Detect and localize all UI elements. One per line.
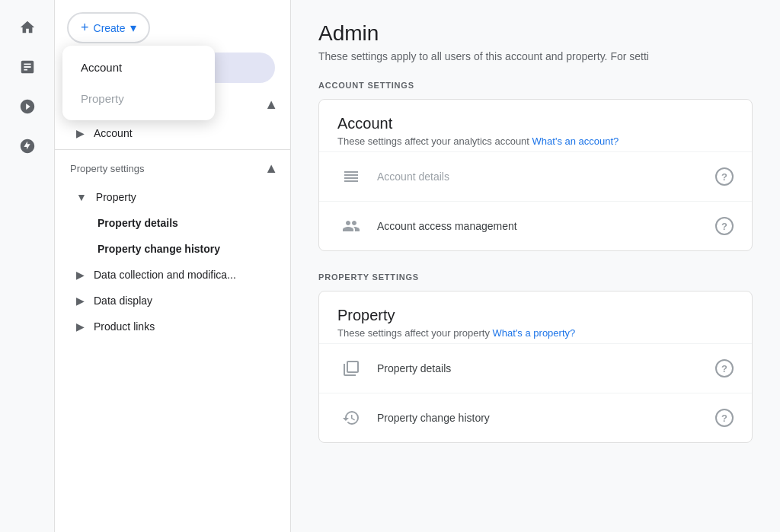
property-settings-label: Property settings [70, 163, 145, 174]
advertising-nav-item[interactable] [9, 128, 46, 164]
account-details-row[interactable]: Account details ? [319, 151, 752, 201]
home-icon [19, 19, 36, 36]
data-collection-nav-item[interactable]: ▶ Data collection and modifica... [55, 262, 290, 288]
account-access-row[interactable]: Account access management ? [319, 201, 752, 250]
property-history-row-icon [337, 404, 365, 432]
property-settings-header[interactable]: Property settings ▲ [55, 153, 290, 184]
dropdown-account-item[interactable]: Account [62, 52, 215, 83]
property-history-label: Property change history [377, 412, 715, 424]
property-change-history-nav-item[interactable]: Property change history [55, 236, 290, 262]
account-settings-chevron: ▲ [264, 97, 278, 113]
product-links-nav-item[interactable]: ▶ Product links [55, 314, 290, 339]
chevron-down-icon: ▾ [130, 21, 136, 35]
whats-account-link[interactable]: What's an account? [532, 135, 619, 147]
property-settings-card: Property These settings affect your prop… [318, 291, 753, 443]
property-history-icon [342, 409, 360, 427]
create-label: Create [94, 22, 126, 34]
account-card-desc: These settings affect your analytics acc… [337, 135, 734, 147]
icon-navigation [0, 0, 55, 532]
account-card-title: Account [337, 115, 734, 132]
explore-icon [19, 98, 36, 115]
property-details-nav-item[interactable]: Property details [55, 210, 290, 236]
account-access-help-icon[interactable]: ? [715, 217, 734, 235]
property-settings-chevron: ▲ [264, 161, 278, 177]
page-subtitle: These settings apply to all users of thi… [318, 50, 753, 62]
property-details-row[interactable]: Property details ? [319, 343, 752, 393]
property-card-desc: These settings affect your property What… [337, 327, 734, 339]
property-history-help-icon[interactable]: ? [715, 409, 734, 427]
data-display-label: Data display [94, 295, 152, 307]
page-title: Admin [318, 21, 753, 46]
property-card-title: Property [337, 307, 734, 324]
create-button[interactable]: + Create ▾ [67, 12, 150, 43]
data-collection-label: Data collection and modifica... [94, 269, 236, 281]
account-details-icon [342, 167, 360, 186]
property-history-row[interactable]: Property change history ? [319, 393, 752, 442]
account-settings-section-label: ACCOUNT SETTINGS [318, 81, 753, 90]
property-expand-arrow: ▼ [76, 191, 87, 203]
account-card-header: Account These settings affect your analy… [319, 100, 752, 151]
account-expand-arrow: ▶ [76, 127, 85, 139]
home-nav-item[interactable] [9, 9, 46, 46]
account-access-label: Account access management [377, 220, 715, 232]
account-details-row-icon [337, 163, 365, 190]
account-access-row-icon [337, 212, 365, 240]
product-links-label: Product links [94, 320, 155, 333]
advertising-icon [19, 138, 36, 155]
explore-nav-item[interactable] [9, 88, 46, 125]
account-nav-item[interactable]: ▶ Account [55, 120, 290, 146]
account-item-label: Account [94, 127, 133, 139]
account-access-icon [342, 217, 360, 235]
main-content: Admin These settings apply to all users … [291, 0, 780, 532]
reports-nav-item[interactable] [9, 49, 46, 85]
dropdown-property-item[interactable]: Property [62, 83, 215, 114]
sidebar: + Create ▾ Account Property Account sett… [55, 0, 291, 532]
property-settings-section: Property settings ▲ ▼ Property Property … [55, 153, 290, 339]
data-display-expand-arrow: ▶ [76, 295, 85, 307]
reports-icon [19, 59, 36, 75]
property-item-label: Property [96, 191, 136, 203]
property-settings-section-label: PROPERTY SETTINGS [318, 272, 753, 282]
sidebar-header: + Create ▾ [55, 0, 290, 53]
property-card-header: Property These settings affect your prop… [319, 291, 752, 343]
data-collection-expand-arrow: ▶ [76, 269, 85, 281]
property-details-icon [342, 359, 360, 377]
account-details-label: Account details [377, 170, 715, 183]
account-settings-card: Account These settings affect your analy… [318, 99, 753, 251]
product-links-expand-arrow: ▶ [76, 320, 85, 333]
property-nav-item[interactable]: ▼ Property [55, 184, 290, 210]
property-details-help-icon[interactable]: ? [715, 359, 734, 377]
property-details-row-icon [337, 355, 365, 382]
whats-property-link[interactable]: What's a property? [493, 327, 576, 339]
property-details-label: Property details [377, 362, 715, 374]
plus-icon: + [81, 20, 89, 36]
account-details-help-icon[interactable]: ? [715, 167, 734, 186]
create-dropdown: Account Property [62, 46, 215, 120]
data-display-nav-item[interactable]: ▶ Data display [55, 288, 290, 314]
nav-divider [55, 149, 290, 150]
